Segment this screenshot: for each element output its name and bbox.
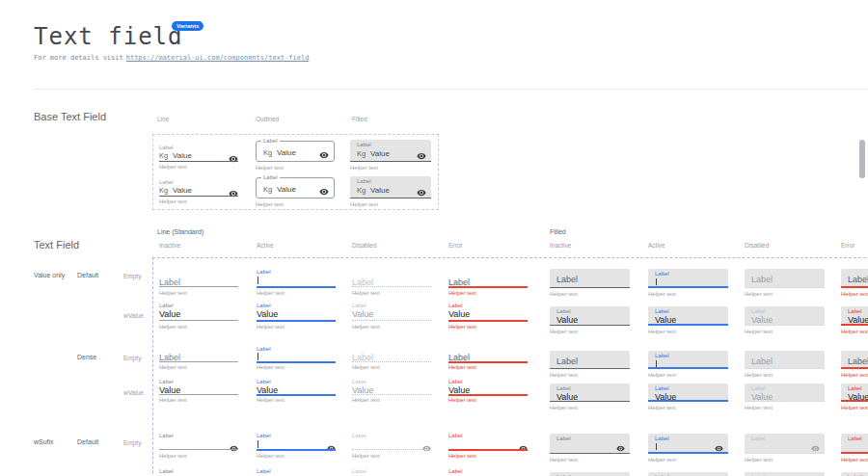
filled-box: LabelValue [648, 383, 728, 402]
matrix-group-header: Filled [550, 228, 566, 235]
field-label-floating: Label [257, 468, 271, 474]
filled-box: Label [745, 269, 825, 288]
header-divider [34, 89, 868, 90]
filled-box: LabelValue [841, 383, 868, 402]
visibility-icon [417, 147, 426, 157]
line-disabled-empty-field[interactable]: LabelHelper text [352, 268, 431, 297]
filled-active-sufix-empty-field[interactable]: LabelHelper text [648, 434, 728, 463]
field-label-floating: Label [848, 308, 862, 314]
field-prefix: Kg [159, 151, 168, 160]
filled-inactive-empty-field[interactable]: LabelHelper text [550, 351, 630, 379]
filled-box: Label [648, 269, 728, 288]
filled-inactive-wvalue-field[interactable]: LabelValueHelper text [550, 306, 630, 335]
line-error-wvalue-field[interactable]: LabelValueHelper text [448, 302, 528, 331]
line-inactive-sufix-empty-field[interactable]: LabelHelper text [159, 432, 238, 461]
line-disabled-empty-field[interactable]: LabelHelper text [352, 345, 431, 374]
field-label-floating: Label [352, 468, 366, 474]
line-inactive-wvalue-field[interactable]: LabelValueHelper text [159, 302, 238, 331]
line-active-sufix-wvalue-field[interactable]: LabelValueHelper text [257, 467, 336, 476]
outlined-box: KgValue [256, 177, 335, 198]
docs-link[interactable]: https://material-ui.com/components/text-… [126, 54, 310, 62]
field-label-floating: Label [751, 385, 766, 391]
matrix-state-header: Inactive [159, 242, 180, 249]
helper-text: Helper text [257, 364, 285, 370]
line-inactive-empty-field[interactable]: LabelHelper text [159, 345, 238, 374]
filled-error-sufix-wvalue-field[interactable]: LabelValueHelper text [841, 472, 868, 476]
helper-text: Helper text [448, 324, 476, 330]
filled-error-wvalue-field[interactable]: LabelValueHelper text [841, 306, 868, 335]
line-active-wvalue-field[interactable]: LabelValueHelper text [257, 302, 336, 331]
field-label-floating: Label [556, 308, 571, 314]
filled-disabled-sufix-empty-field[interactable]: LabelHelper text [745, 434, 825, 463]
line-disabled-wvalue-field[interactable]: LabelValueHelper text [352, 378, 431, 407]
matrix-row-label-wvalue: wValue [123, 312, 144, 319]
helper-text: Helper text [550, 291, 578, 297]
line-active-wvalue-field[interactable]: LabelValueHelper text [257, 378, 336, 407]
matrix-state-header: Active [257, 242, 274, 249]
filled-error-empty-field[interactable]: LabelHelper text [841, 269, 868, 298]
helper-text: Helper text [550, 372, 578, 378]
field-label-floating: Label [159, 179, 174, 185]
line-error-sufix-wvalue-field[interactable]: LabelValueHelper text [448, 467, 528, 476]
line-inactive-wvalue-field[interactable]: LabelValueHelper text [159, 378, 238, 407]
line-disabled-wvalue-field[interactable]: LabelValueHelper text [352, 302, 431, 331]
line-active-empty-field[interactable]: LabelHelper text [257, 345, 336, 374]
line-error-wvalue-field[interactable]: LabelValueHelper text [448, 378, 528, 407]
field-label-floating: Label [848, 436, 862, 441]
filled-active-sufix-wvalue-field[interactable]: LabelValueHelper text [648, 472, 728, 476]
visibility-icon [319, 146, 329, 156]
filled-active-empty-field[interactable]: LabelHelper text [648, 269, 728, 298]
line-inactive-empty-field[interactable]: LabelHelper text [159, 268, 238, 297]
text-cursor [656, 360, 657, 367]
helper-text: Helper text [841, 329, 868, 334]
field-label-floating: Label [352, 379, 366, 384]
filled-error-wvalue-field[interactable]: LabelValueHelper text [841, 383, 868, 411]
helper-text: Helper text [448, 453, 476, 459]
base-filled-field[interactable]: LabelKgValueHelper text [350, 140, 431, 169]
filled-active-wvalue-field[interactable]: LabelValueHelper text [648, 306, 728, 335]
helper-text: Helper text [257, 397, 285, 403]
filled-box: LabelValue [745, 383, 825, 402]
filled-disabled-wvalue-field[interactable]: LabelValueHelper text [745, 383, 825, 411]
base-outlined-field[interactable]: KgValueLabelHelper text [256, 138, 335, 167]
helper-text: Helper text [159, 164, 187, 170]
filled-disabled-empty-field[interactable]: LabelHelper text [745, 351, 825, 379]
helper-text: Helper text [256, 201, 284, 207]
line-active-sufix-empty-field[interactable]: LabelHelper text [257, 432, 336, 461]
filled-error-sufix-empty-field[interactable]: LabelHelper text [841, 434, 868, 463]
line-disabled-sufix-wvalue-field[interactable]: LabelValueHelper text [352, 467, 431, 476]
helper-text: Helper text [159, 397, 187, 403]
matrix-state-header: Inactive [550, 242, 571, 249]
filled-inactive-empty-field[interactable]: LabelHelper text [550, 269, 630, 298]
field-value: Value [556, 315, 578, 325]
scrollbar-thumb[interactable] [859, 140, 865, 178]
filled-disabled-wvalue-field[interactable]: LabelValueHelper text [745, 306, 825, 335]
base-line-field[interactable]: LabelKgValueHelper text [159, 145, 238, 170]
field-value: Value [277, 185, 296, 194]
base-line-field[interactable]: LabelKgValueHelper text [159, 179, 238, 204]
line-error-empty-field[interactable]: LabelHelper text [448, 345, 528, 374]
filled-active-empty-field[interactable]: LabelHelper text [648, 351, 728, 379]
line-error-empty-field[interactable]: LabelHelper text [448, 268, 528, 297]
helper-text: Helper text [648, 457, 676, 463]
field-value: Value [352, 309, 373, 319]
line-disabled-sufix-empty-field[interactable]: LabelHelper text [352, 432, 431, 461]
filled-active-wvalue-field[interactable]: LabelValueHelper text [648, 383, 728, 411]
base-filled-field[interactable]: LabelKgValueHelper text [350, 176, 431, 205]
line-active-empty-field[interactable]: LabelHelper text [257, 268, 336, 297]
filled-disabled-sufix-wvalue-field[interactable]: LabelValueHelper text [745, 472, 825, 476]
filled-inactive-wvalue-field[interactable]: LabelValueHelper text [550, 383, 630, 411]
filled-inactive-sufix-empty-field[interactable]: LabelHelper text [550, 434, 630, 463]
line-error-sufix-empty-field[interactable]: LabelHelper text [448, 432, 528, 461]
field-value: Value [448, 309, 470, 319]
filled-disabled-empty-field[interactable]: LabelHelper text [745, 269, 825, 298]
filled-error-empty-field[interactable]: LabelHelper text [841, 351, 868, 379]
filled-inactive-sufix-wvalue-field[interactable]: LabelValueHelper text [550, 472, 630, 476]
base-outlined-field[interactable]: KgValueLabelHelper text [256, 174, 335, 203]
line-inactive-sufix-wvalue-field[interactable]: LabelValueHelper text [159, 467, 238, 476]
field-label: Label [848, 275, 868, 284]
helper-text: Helper text [745, 372, 773, 378]
outlined-box: KgValue [256, 141, 335, 162]
field-underline [352, 449, 431, 450]
variants-badge: Variants [172, 21, 203, 31]
